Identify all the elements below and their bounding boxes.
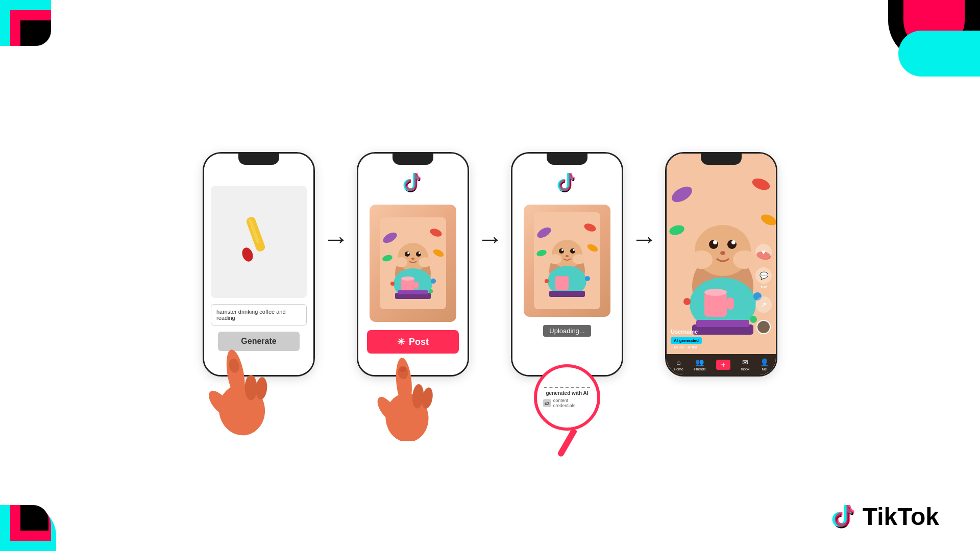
me-icon: 👤: [760, 358, 769, 366]
svg-point-18: [405, 252, 410, 257]
nav-friends[interactable]: 👥 Friends: [694, 358, 705, 371]
svg-point-29: [390, 282, 395, 286]
svg-point-48: [559, 248, 564, 254]
svg-point-16: [395, 257, 407, 267]
nav-home[interactable]: ⌂ Home: [674, 358, 683, 371]
svg-point-50: [561, 249, 564, 251]
upload-image-card: [524, 205, 610, 317]
ai-image-placeholder: [211, 186, 307, 298]
phone-frame-4: Username AI-generated ♪ Music · Artist ♥…: [665, 152, 777, 377]
inbox-label: Inbox: [741, 367, 749, 371]
svg-point-19: [416, 252, 421, 257]
tiktok-logo-3: [556, 172, 578, 196]
tiktok-bottom-nav: ⌂ Home 👥 Friends + ✉ Inbox 👤 Me: [667, 354, 776, 375]
dotted-separator: [544, 387, 590, 388]
svg-point-52: [566, 255, 569, 257]
tiktok-info-overlay: Username AI-generated ♪ Music · Artist: [671, 329, 702, 349]
content-credentials-row: c2 content credentials: [543, 398, 591, 408]
svg-point-46: [549, 254, 561, 264]
svg-point-81: [683, 298, 691, 305]
phone3-screen: Uploading...: [512, 154, 622, 375]
heart-icon: ♥: [755, 244, 772, 260]
phone-frame-1: hamster drinking coffee and reading Gene…: [203, 152, 315, 377]
phone-frame-3: Uploading...: [511, 152, 623, 377]
svg-text:c2: c2: [545, 400, 550, 406]
content-credentials-icon: c2: [543, 399, 551, 407]
svg-point-72: [713, 240, 717, 244]
magnifier-container: generated with AI c2 content credentials: [534, 364, 600, 458]
svg-point-78: [704, 289, 727, 296]
hand-2: [362, 354, 449, 443]
nav-me[interactable]: 👤 Me: [760, 358, 769, 371]
sparkle-icon: ✳: [397, 336, 405, 347]
svg-point-69: [733, 251, 755, 269]
hand-1: [192, 344, 284, 438]
hamster-image-card-2: [370, 205, 456, 322]
phone-3-uploading: Uploading... generated with AI c2 conten…: [511, 152, 623, 377]
svg-rect-77: [727, 297, 734, 310]
magnifier-handle: [557, 428, 577, 458]
svg-rect-54: [555, 276, 569, 290]
tiktok-like-action[interactable]: ♥: [755, 244, 772, 260]
nav-create[interactable]: +: [716, 360, 730, 370]
svg-rect-25: [414, 282, 419, 289]
tiktok-brand-area: TikTok: [831, 503, 939, 531]
svg-rect-80: [696, 320, 749, 327]
phone4-screen: Username AI-generated ♪ Music · Artist ♥…: [667, 154, 776, 375]
tiktok-brand-logo-icon: [831, 504, 857, 530]
corner-decoration-tr: [878, 0, 980, 77]
phone-1-ai-generator: hamster drinking coffee and reading Gene…: [203, 152, 315, 377]
phone-notch-3: [547, 154, 587, 165]
svg-point-57: [585, 276, 590, 281]
likes-count: 102: [760, 285, 767, 289]
tiktok-right-sidebar: ♥ 💬 102 ↗: [755, 244, 772, 334]
arrow-1: →: [323, 223, 349, 254]
phone-notch-1: [238, 154, 279, 165]
phone-notch-4: [701, 154, 742, 165]
svg-point-17: [419, 257, 431, 267]
ai-generated-badge: AI-generated: [671, 337, 702, 344]
svg-point-51: [573, 249, 575, 251]
phones-row: hamster drinking coffee and reading Gene…: [133, 152, 847, 377]
me-label: Me: [762, 367, 767, 371]
svg-rect-28: [398, 290, 428, 294]
tiktok-brand-text: TikTok: [863, 503, 939, 531]
content-credentials-label: content credentials: [553, 398, 591, 408]
phone1-screen: hamster drinking coffee and reading Gene…: [204, 154, 313, 375]
svg-point-20: [407, 252, 409, 254]
phone-2-tiktok-post: ✳ Post: [357, 152, 469, 377]
corner-decoration-bl: [0, 490, 71, 551]
tiktok-username: Username: [671, 329, 702, 335]
svg-point-1: [240, 246, 255, 263]
friends-icon: 👥: [695, 358, 704, 366]
svg-point-21: [419, 252, 421, 254]
post-label: Post: [409, 337, 429, 347]
music-label: ♪ Music · Artist: [671, 345, 702, 349]
svg-point-68: [690, 251, 713, 269]
tiktok-comment-action[interactable]: 💬 102: [755, 267, 772, 289]
svg-rect-76: [704, 292, 727, 317]
svg-point-26: [401, 277, 414, 281]
tiktok-share-action[interactable]: ↗: [755, 296, 772, 313]
svg-point-56: [545, 279, 549, 283]
corner-decoration-tl: [0, 0, 61, 61]
svg-point-7: [245, 375, 257, 400]
svg-point-31: [429, 289, 433, 293]
phone-frame-2: ✳ Post: [357, 152, 469, 377]
phone2-screen: ✳ Post: [358, 154, 468, 375]
nav-inbox[interactable]: ✉ Inbox: [741, 358, 749, 371]
svg-point-74: [720, 251, 725, 255]
svg-point-30: [431, 279, 436, 284]
share-icon: ↗: [755, 296, 772, 313]
inbox-icon: ✉: [742, 358, 748, 366]
home-icon: ⌂: [676, 358, 680, 366]
arrow-3: →: [631, 223, 657, 254]
svg-point-49: [570, 248, 575, 254]
music-disc: [756, 320, 771, 334]
svg-point-73: [731, 240, 736, 244]
tiktok-logo-2: [402, 172, 424, 196]
post-button[interactable]: ✳ Post: [367, 330, 459, 354]
prompt-input[interactable]: hamster drinking coffee and reading: [211, 304, 307, 325]
paintbrush-icon: [233, 211, 284, 272]
svg-point-47: [573, 254, 585, 264]
